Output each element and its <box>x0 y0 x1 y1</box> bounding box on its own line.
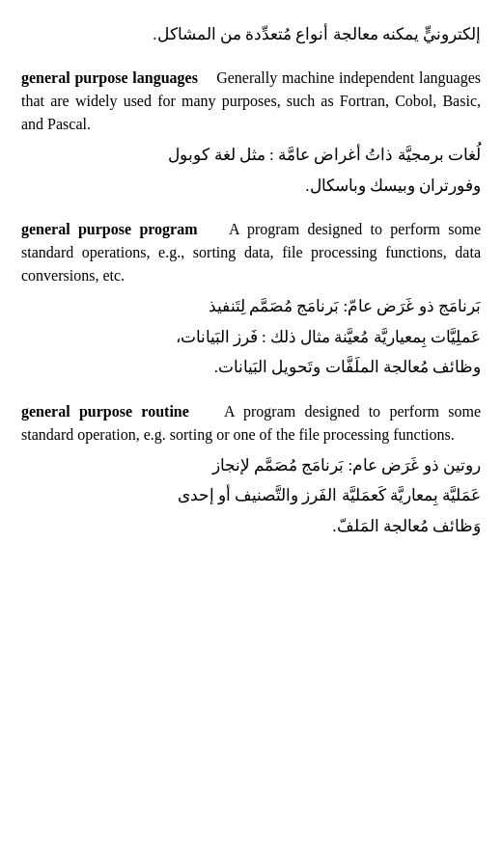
arabic-line-3-0: روتين ذو غَرَض عام: بَرنامَج مُصَمَّم لإ… <box>21 450 481 480</box>
arabic-line-1-0: لُغات برمجيَّة ذاتُ أغراض عامَّة : مثل ل… <box>21 140 481 170</box>
arabic-line-3-2: وَظائف مُعالجة المَلفّ. <box>21 511 481 541</box>
top-arabic-text: إلكترونيٍّ يمكنه معالجة أنواع مُتعدِّدة … <box>21 19 481 49</box>
entry-general-purpose-program: general purpose program A program design… <box>21 218 481 382</box>
arabic-line-2-1: عَملِيَّات بِمعياريَّة مُعيَّنة مثال ذلك… <box>21 322 481 352</box>
arabic-block-1: لُغات برمجيَّة ذاتُ أغراض عامَّة : مثل ل… <box>21 140 481 201</box>
entry-general-purpose-languages: general purpose languages Generally mach… <box>21 67 481 201</box>
arabic-line-2-2: وظائف مُعالجة الملَفَّات وتَحويل البَيان… <box>21 352 481 382</box>
english-block-3: general purpose routine A program design… <box>21 400 481 447</box>
arabic-line-1-1: وفورتران وبيسك وباسكال. <box>21 171 481 201</box>
arabic-line-2-0: بَرنامَج ذو غَرَض عامّ: بَرنامَج مُصَمَّ… <box>21 291 481 321</box>
page-content: إلكترونيٍّ يمكنه معالجة أنواع مُتعدِّدة … <box>21 19 481 541</box>
term-1: general purpose languages <box>21 69 198 86</box>
arabic-block-2: بَرنامَج ذو غَرَض عامّ: بَرنامَج مُصَمَّ… <box>21 291 481 382</box>
term-3: general purpose routine <box>21 403 189 420</box>
english-block-1: general purpose languages Generally mach… <box>21 67 481 136</box>
entry-general-purpose-routine: general purpose routine A program design… <box>21 400 481 541</box>
term-2: general purpose program <box>21 221 198 237</box>
arabic-block-3: روتين ذو غَرَض عام: بَرنامَج مُصَمَّم لإ… <box>21 450 481 541</box>
english-block-2: general purpose program A program design… <box>21 218 481 287</box>
arabic-line-3-1: عَمَليَّة بِمعاريَّة كَعمَليَّة الفَرز و… <box>21 480 481 510</box>
